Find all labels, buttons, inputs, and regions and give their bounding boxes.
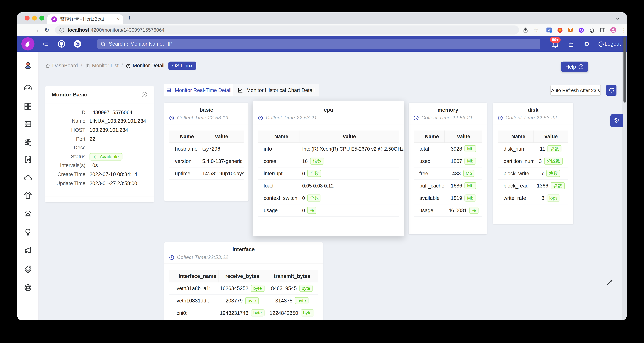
field-label: Port [45,136,86,142]
gitee-icon[interactable] [74,40,82,48]
page-scrollbar-thumb[interactable] [624,37,626,103]
hertzbeat-favicon-icon [51,16,57,22]
breadcrumb-dashboard[interactable]: DashBoard [45,63,78,68]
extension-blue-icon[interactable]: 1 [546,26,553,34]
tags-icon[interactable] [24,264,32,273]
unit-tag: iops [547,195,560,202]
app-windows-icon[interactable] [24,137,32,146]
metric-card-interface: interface Collect Time:22:53:22 interfac… [164,242,323,320]
metric-name: hostname [169,146,199,152]
question-circle-icon: ? [578,64,584,69]
table-header: Name Value [414,130,482,143]
field-value: 10s [90,163,98,168]
field-label: HOST [45,127,86,133]
tshirt-icon[interactable] [24,191,32,200]
collect-time: Collect Time:22:53:22 [169,255,318,260]
line-chart-icon [238,87,243,93]
traffic-zoom-button[interactable] [40,15,44,20]
profile-avatar[interactable] [610,26,617,34]
field-row: HOST 103.239.101.234 [45,126,154,135]
logout-icon[interactable] [597,40,605,48]
card-title: cpu [253,107,404,113]
traffic-minimize-button[interactable] [32,15,37,20]
close-circle-icon[interactable] [141,91,148,98]
screen: 监控详情 - HertzBeat × + ← → ↻ localhost:420… [0,0,644,343]
field-row: Intervals(s) 10s [45,161,154,170]
tab-search-chevron-icon[interactable] [615,15,620,23]
receive-bytes-value: 1626345252 [220,286,248,291]
merge-brackets-icon[interactable] [24,155,32,164]
new-tab-button[interactable]: + [125,14,134,23]
site-info-icon[interactable] [59,27,64,33]
reload-button[interactable]: ↻ [44,26,49,33]
settings-gear-icon[interactable]: ⚙ [583,40,591,48]
megaphone-icon[interactable] [24,246,32,255]
traffic-close-button[interactable] [25,15,30,20]
forward-button[interactable]: → [34,26,40,33]
dashboard-gauge-icon[interactable] [24,83,32,92]
logout-label[interactable]: Logout [604,41,621,47]
metric-value: 0 [302,207,305,213]
extensions-puzzle-icon[interactable] [588,26,596,34]
github-icon[interactable] [58,40,66,48]
metric-value: 16 [302,158,308,164]
theme-settings-button[interactable]: ⚙ [610,114,623,127]
menu-fold-icon[interactable] [42,40,50,48]
metric-value: 8 [542,195,544,201]
side-panel-icon[interactable] [599,26,606,34]
extension-purple-icon[interactable] [578,26,585,34]
metric-name: block_write [498,171,533,176]
browser-tab[interactable]: 监控详情 - HertzBeat × [47,14,123,24]
address-bar[interactable]: localhost:4200/monitors/143099715576064 [55,25,519,34]
share-icon[interactable] [522,26,529,34]
tab-historical-chart[interactable]: Monitor Historical Chart Detail [233,84,319,96]
svg-text:1: 1 [550,31,552,33]
metric-row: total 3928Mb [414,143,482,155]
auto-refresh-label[interactable]: Auto Refresh After 23 s [550,85,601,96]
metric-value: 1686 [451,183,462,189]
interface-name: veth31a8b1a1: [169,286,218,291]
metric-row: partition_num 3分区数 [498,155,568,168]
field-label: Status [45,154,86,159]
apps-grid-icon[interactable] [24,102,32,111]
metric-value: 1807 [451,158,462,164]
unit-tag: byte [251,310,264,317]
unit-tag: byte [245,297,258,304]
breadcrumb-monitor-list[interactable]: Monitor List [85,63,119,68]
interface-row: veth10831ddf: 208779byte 314375byte [169,295,318,307]
status-badge: ☺Available [90,153,122,160]
metric-name: used [414,158,444,164]
metric-name: context_switch [258,195,299,201]
cloud-icon[interactable] [24,173,32,182]
field-row: Status ☺Available [45,152,154,161]
browser-menu-icon[interactable]: ⋮ [620,26,627,34]
metric-row: interrupt 0个数 [258,167,399,180]
metric-name: block_read [498,183,533,189]
transmit-bytes-value: 1224842650 [270,310,298,316]
extension-red-icon[interactable] [556,26,564,34]
user-avatar-icon[interactable] [24,61,32,70]
lock-icon[interactable] [567,40,575,48]
magic-wand-icon[interactable] [606,278,614,287]
server-stack-icon[interactable] [24,119,32,128]
svg-text:?: ? [580,65,582,68]
search-input[interactable] [97,39,540,49]
monitor-type-badge: OS Linux [168,62,196,70]
help-button[interactable]: Help ? [561,62,588,72]
hertzbeat-logo[interactable] [22,37,34,50]
bulb-icon[interactable] [24,227,32,236]
table-header: interface_name receive_bytes transmit_by… [169,270,318,282]
field-label: ID [45,109,86,115]
back-button[interactable]: ← [22,26,28,33]
bookmark-star-icon[interactable]: ☆ [532,26,540,34]
globe-icon[interactable] [24,283,32,292]
tab-realtime-detail[interactable]: Monitor Real-Time Detail [164,84,233,96]
tab-close-icon[interactable]: × [117,16,120,22]
sidebar [17,52,39,320]
clock-icon [414,115,419,120]
refresh-button[interactable] [606,85,616,96]
metric-name: usage [414,207,444,213]
metamask-fox-icon[interactable] [567,26,574,34]
field-label: Intervals(s) [45,163,86,168]
alert-siren-icon[interactable] [24,209,32,218]
